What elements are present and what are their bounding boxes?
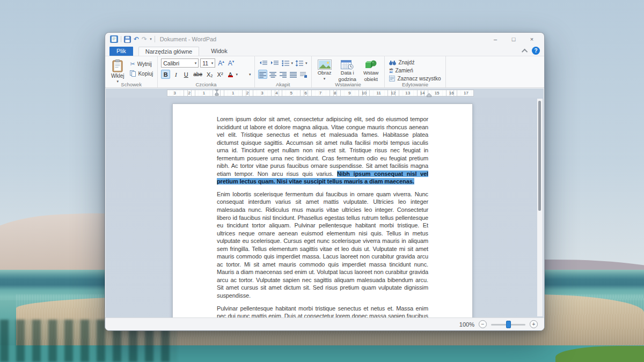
replace-button[interactable]: ab ac Zamień [388,67,442,74]
ribbon-empty-space [446,56,544,87]
paragraph[interactable]: Lorem ipsum dolor sit amet, consectetur … [217,115,428,186]
zoom-slider[interactable] [491,321,525,328]
object-cube-icon [364,60,377,70]
status-bar: 100% − + [105,317,544,330]
align-left-button[interactable] [258,70,267,79]
find-button[interactable]: Znajdź [388,59,442,66]
select-all-icon [389,76,395,82]
find-label: Znajdź [398,60,414,65]
help-button[interactable]: ? [532,47,540,55]
redo-icon[interactable]: ↷ [142,36,147,42]
maximize-button[interactable]: □ [504,33,523,46]
line-spacing-button[interactable] [294,58,304,68]
insert-datetime-button[interactable]: Data i godzina [336,58,359,81]
shrink-font-button[interactable]: A▾ [227,60,236,67]
undo-icon[interactable]: ↶ [134,36,139,42]
body-text[interactable]: Lorem ipsum dolor sit amet, consectetur … [217,116,428,177]
left-indent-marker[interactable] [215,88,219,96]
ribbon-tab-row: Plik Narzędzia główne Widok ? [105,46,544,56]
bold-button[interactable]: B [161,70,170,79]
font-size-value: 11 [202,60,208,67]
font-color-button[interactable]: A [226,70,235,79]
insert-picture-button[interactable]: Obraz ▾ [315,58,334,81]
highlight-caret-icon[interactable]: ▾ [249,72,251,77]
ruler-number: 17 [459,90,473,96]
increase-indent-button[interactable] [269,58,280,68]
justify-icon [290,71,297,78]
zoom-out-button[interactable]: − [479,320,487,328]
ruler-number: 2 [182,90,196,96]
ruler-strip: 3211234567891011121314151617 [106,88,544,98]
copy-icon [130,70,136,77]
copy-button[interactable]: Kopiuj [129,70,154,77]
right-indent-marker[interactable] [427,93,431,97]
ruler-number: 16 [444,90,459,96]
paragraph-dialog-icon [300,71,307,78]
shrink-caret-icon: ▾ [232,60,235,63]
calendar-clock-icon [341,60,354,70]
replace-label: Zamień [395,68,413,73]
font-family-combo[interactable]: Calibri ▾ [161,58,199,68]
font-group-label: Czcionka [158,82,254,87]
font-color-caret-icon[interactable]: ▾ [236,72,238,77]
ruler-number: 12 [386,90,400,96]
customize-qat-caret-icon[interactable]: ▾ [150,37,152,41]
quick-access-toolbar: ↶ ↷ ▾ [105,35,155,43]
zoom-level-label: 100% [459,321,474,328]
strikethrough-button[interactable]: abe [192,70,204,79]
vertical-scrollbar[interactable] [537,99,543,316]
insert-object-button[interactable]: Wstaw obiekt [361,58,382,81]
superscript-button[interactable]: X² [216,70,225,79]
decrease-indent-button[interactable] [258,58,268,68]
document-text[interactable]: Lorem ipsum dolor sit amet, consectetur … [173,104,472,317]
paragraph[interactable]: Enim lobortis scelerisque fermentum dui … [217,190,428,300]
text-highlight-button[interactable] [239,70,248,79]
list-caret-icon[interactable]: ▾ [291,61,294,65]
paragraph-dialog-button[interactable] [299,70,308,79]
zoom-in-button[interactable]: + [530,320,538,328]
save-icon[interactable] [124,36,131,43]
body-text[interactable]: Enim lobortis scelerisque fermentum dui … [217,191,428,299]
tab-view[interactable]: Widok [204,47,234,56]
wordpad-app-icon[interactable] [110,35,118,43]
font-size-caret-icon: ▾ [211,61,214,65]
list-button[interactable] [281,58,290,68]
grow-font-button[interactable]: A▴ [217,60,225,67]
close-button[interactable]: × [523,33,541,46]
subscript-button[interactable]: X₂ [205,70,215,79]
paragraph[interactable]: Pulvinar pellentesque habitant morbi tri… [217,305,428,317]
picture-icon [318,60,332,70]
document-page[interactable]: Lorem ipsum dolor sit amet, consectetur … [172,104,473,317]
zoom-slider-thumb[interactable] [506,321,511,328]
ruler-number: 9 [342,90,357,96]
grow-caret-icon: ▴ [222,60,224,63]
replace-icon: ab ac [389,68,393,73]
scrollbar-thumb[interactable] [538,101,541,211]
clipboard-group-label: Schowek [105,82,157,87]
ruler-number: 6 [298,90,313,96]
font-family-value: Calibri [163,60,179,67]
justify-button[interactable] [289,70,298,79]
tab-home[interactable]: Narzędzia główne [138,47,199,56]
ruler-number: 8 [328,90,342,96]
ribbon-group-insert: Obraz ▾ Data i godzina Wstaw obiekt [312,56,385,87]
line-spacing-caret-icon[interactable]: ▾ [305,61,308,65]
replace-icon-bottom: ac [389,71,393,73]
font-size-combo[interactable]: 11 ▾ [200,58,215,68]
italic-button[interactable]: I [171,70,180,79]
align-right-button[interactable] [279,70,288,79]
minimize-button[interactable]: – [486,33,504,46]
shrink-font-label: A [228,60,232,67]
underline-button[interactable]: U [181,70,191,79]
picture-label: Obraz [318,70,332,76]
cut-button[interactable]: ✂ Wytnij [129,60,154,68]
align-center-icon [269,71,276,78]
paragraph-group-label: Akapit [255,82,311,87]
paste-button[interactable]: Wklej ▾ [108,58,127,81]
tab-file[interactable]: Plik [109,47,133,56]
font-family-caret-icon: ▾ [195,61,197,65]
body-text[interactable]: Pulvinar pellentesque habitant morbi tri… [217,305,428,317]
align-center-button[interactable] [268,70,277,79]
ribbon-group-paragraph: ▾ ▾ [255,56,312,87]
collapse-ribbon-chevron-icon[interactable] [522,48,528,54]
